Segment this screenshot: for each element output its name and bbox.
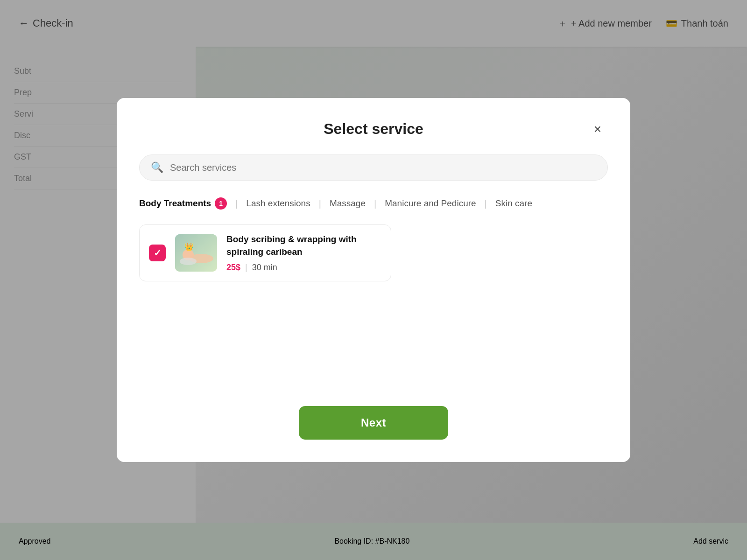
service-price-1: 25$ xyxy=(226,263,240,273)
service-card-1[interactable]: ✓ xyxy=(139,224,391,281)
service-image-1: 👑 xyxy=(175,234,217,272)
svg-point-4 xyxy=(180,258,197,265)
service-checkbox-1[interactable]: ✓ xyxy=(149,245,166,261)
service-name-1: Body scribing & wrapping with spiraling … xyxy=(226,233,381,258)
tab-body-treatments-label: Body Treatments xyxy=(139,198,211,209)
category-tabs: Body Treatments 1 | Lash extensions | Ma… xyxy=(139,196,608,211)
modal-overlay: Select service × 🔍 Body Treatments 1 | L… xyxy=(0,0,747,560)
tab-body-treatments-badge: 1 xyxy=(215,197,227,210)
select-service-modal: Select service × 🔍 Body Treatments 1 | L… xyxy=(117,98,630,462)
tab-divider-4: | xyxy=(476,198,495,209)
search-icon: 🔍 xyxy=(151,161,163,174)
tab-divider-3: | xyxy=(366,198,385,209)
next-button[interactable]: Next xyxy=(299,406,448,440)
modal-close-button[interactable]: × xyxy=(587,119,608,140)
service-meta-divider: | xyxy=(245,263,247,273)
service-info-1: Body scribing & wrapping with spiraling … xyxy=(226,233,381,273)
tab-body-treatments[interactable]: Body Treatments 1 xyxy=(139,196,227,211)
tab-lash-extensions[interactable]: Lash extensions xyxy=(246,196,310,210)
tab-massage-label: Massage xyxy=(330,198,366,209)
tab-lash-extensions-label: Lash extensions xyxy=(246,198,310,209)
service-duration-1: 30 min xyxy=(252,263,277,273)
service-list: ✓ xyxy=(139,224,608,384)
tab-divider-1: | xyxy=(227,198,246,209)
tab-manicure-pedicure[interactable]: Manicure and Pedicure xyxy=(385,196,476,210)
modal-footer: Next xyxy=(139,406,608,440)
search-bar: 🔍 xyxy=(139,154,608,181)
tab-manicure-pedicure-label: Manicure and Pedicure xyxy=(385,198,476,209)
service-meta-1: 25$ | 30 min xyxy=(226,263,381,273)
modal-header: Select service × xyxy=(139,120,608,138)
svg-rect-0 xyxy=(175,234,217,272)
search-input[interactable] xyxy=(170,162,596,173)
modal-title: Select service xyxy=(324,120,423,138)
service-thumbnail-svg: 👑 xyxy=(175,234,217,272)
tab-divider-2: | xyxy=(310,198,330,209)
tab-massage[interactable]: Massage xyxy=(330,196,366,210)
service-image-inner: 👑 xyxy=(175,234,217,272)
svg-text:👑: 👑 xyxy=(184,242,194,251)
checkmark-icon: ✓ xyxy=(154,247,162,259)
tab-skin-care-label: Skin care xyxy=(495,198,532,209)
tab-skin-care[interactable]: Skin care xyxy=(495,196,532,210)
